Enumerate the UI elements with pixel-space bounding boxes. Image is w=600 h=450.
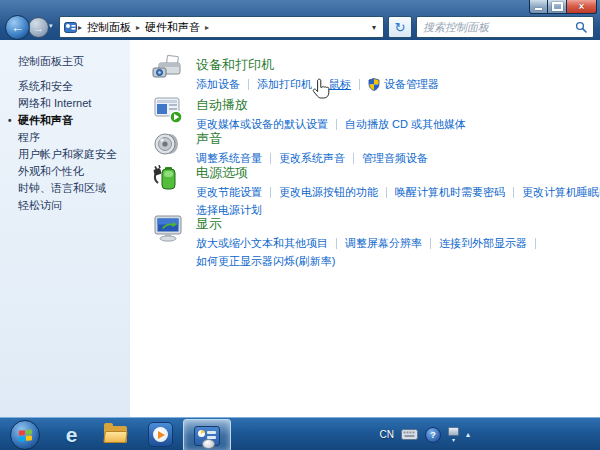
power-options-icon (152, 163, 184, 193)
links-row: 更改节能设置 更改电源按钮的功能 唤醒计算机时需要密码 更改计算机睡眠时间 (196, 184, 600, 200)
link-change-sleep-time[interactable]: 更改计算机睡眠时间 (522, 184, 600, 200)
address-bar[interactable]: ▸ 控制面板 ▸ 硬件和声音 ▸ ▾ (59, 16, 384, 38)
sidebar-item-appearance[interactable]: 外观和个性化 (18, 163, 130, 180)
control-panel-icon (64, 21, 77, 34)
maximize-icon (552, 2, 563, 11)
back-button[interactable]: ← (5, 15, 30, 40)
recent-pages-dropdown[interactable]: ▾ (49, 22, 53, 30)
section-power-options: 电源选项 更改节能设置 更改电源按钮的功能 唤醒计算机时需要密码 更改计算机睡眠… (152, 165, 600, 218)
caret-down-icon: ▾ (452, 437, 455, 443)
section-title-autoplay[interactable]: 自动播放 (196, 97, 466, 112)
play-icon (148, 422, 173, 447)
close-button[interactable]: × (567, 0, 597, 14)
keyboard-layout-icon[interactable] (401, 429, 418, 440)
refresh-icon: ↻ (395, 20, 406, 35)
link-divider (336, 119, 337, 130)
media-player-icon[interactable] (147, 421, 174, 448)
section-title-display[interactable]: 显示 (196, 216, 544, 231)
link-divider (535, 238, 536, 249)
sound-icon (152, 129, 184, 159)
breadcrumb-hardware-and-sound[interactable]: 硬件和声音 (141, 18, 204, 37)
link-mouse[interactable]: 鼠标 (329, 76, 351, 92)
link-make-text-larger-smaller[interactable]: 放大或缩小文本和其他项目 (196, 235, 328, 251)
sidebar-item-programs[interactable]: 程序 (18, 129, 130, 146)
link-add-printer[interactable]: 添加打印机 (257, 76, 312, 92)
section-autoplay: 自动播放 更改媒体或设备的默认设置 自动播放 CD 或其他媒体 (152, 97, 466, 132)
windows-logo-icon (19, 429, 32, 441)
section-title-sound[interactable]: 声音 (196, 131, 428, 146)
window-chrome: × ← → ▾ ▸ 控制面板 ▸ 硬件和声音 ▸ ▾ ↻ 搜索控制面板 (0, 0, 600, 40)
system-tray: CN ? ▾ ▴ (380, 418, 470, 450)
autoplay-icon (152, 95, 184, 125)
link-divider (430, 238, 431, 249)
link-divider (270, 153, 271, 164)
control-panel-icon (194, 426, 220, 446)
selected-bullet-icon: • (8, 112, 12, 129)
sidebar-item-hardware-and-sound[interactable]: • 硬件和声音 (18, 112, 130, 129)
section-devices-and-printers: 设备和打印机 添加设备 添加打印机 鼠标 (152, 57, 439, 92)
link-divider (336, 238, 337, 249)
link-change-power-saving-settings[interactable]: 更改节能设置 (196, 184, 262, 200)
link-change-power-button-behavior[interactable]: 更改电源按钮的功能 (279, 184, 378, 200)
links-row: 调整系统音量 更改系统声音 管理音频设备 (196, 150, 428, 166)
section-title-devices-and-printers[interactable]: 设备和打印机 (196, 57, 439, 72)
link-fix-monitor-flicker[interactable]: 如何更正显示器闪烁(刷新率) (196, 253, 335, 269)
sidebar-item-user-accounts[interactable]: 用户帐户和家庭安全 (18, 146, 130, 163)
search-icon (575, 21, 587, 33)
refresh-button[interactable]: ↻ (388, 16, 412, 38)
link-divider (513, 187, 514, 198)
breadcrumb-arrow-icon[interactable]: ▸ (204, 23, 210, 32)
forward-button[interactable]: → (28, 17, 49, 38)
tray-chip-icon (448, 427, 459, 436)
language-indicator[interactable]: CN (380, 429, 394, 440)
display-icon (152, 214, 184, 244)
content-area: 控制面板主页 系统和安全 网络和 Internet • 硬件和声音 程序 用户帐… (0, 40, 600, 417)
start-button[interactable] (10, 420, 40, 450)
links-row: 更改媒体或设备的默认设置 自动播放 CD 或其他媒体 (196, 116, 466, 132)
windows-explorer-icon[interactable] (102, 421, 129, 448)
maximize-button[interactable] (548, 0, 567, 14)
search-box[interactable]: 搜索控制面板 (416, 16, 594, 38)
sidebar: 控制面板主页 系统和安全 网络和 Internet • 硬件和声音 程序 用户帐… (0, 40, 130, 417)
link-change-system-sounds[interactable]: 更改系统声音 (279, 150, 345, 166)
taskbar: e CN ? ▾ ▴ (0, 417, 600, 450)
close-icon: × (579, 2, 585, 12)
minimize-button[interactable] (529, 0, 548, 14)
link-divider (320, 79, 321, 90)
uac-shield-icon (368, 78, 380, 91)
sidebar-item-network-and-internet[interactable]: 网络和 Internet (18, 95, 130, 112)
help-tray-icon[interactable]: ? (425, 427, 441, 443)
sidebar-item-system-and-security[interactable]: 系统和安全 (18, 78, 130, 95)
sidebar-item-ease-of-access[interactable]: 轻松访问 (18, 197, 130, 214)
forward-arrow-icon: → (33, 22, 44, 34)
links-row: 添加设备 添加打印机 鼠标 (196, 76, 439, 92)
sidebar-item-control-panel-home[interactable]: 控制面板主页 (18, 53, 130, 70)
sidebar-item-clock-language-region[interactable]: 时钟、语言和区域 (18, 180, 130, 197)
breadcrumb-control-panel[interactable]: 控制面板 (83, 18, 135, 37)
link-divider (353, 153, 354, 164)
taskbar-control-panel-button[interactable] (183, 419, 231, 450)
link-adjust-system-volume[interactable]: 调整系统音量 (196, 150, 262, 166)
internet-explorer-icon[interactable]: e (58, 421, 85, 448)
devices-and-printers-icon (152, 55, 184, 85)
link-add-device[interactable]: 添加设备 (196, 76, 240, 92)
link-require-password-on-wakeup[interactable]: 唤醒计算机时需要密码 (395, 184, 505, 200)
search-placeholder: 搜索控制面板 (423, 20, 489, 35)
show-hidden-icons-button[interactable]: ▴ (466, 430, 470, 439)
link-device-manager[interactable]: 设备管理器 (384, 76, 439, 92)
link-connect-external-display[interactable]: 连接到外部显示器 (439, 235, 527, 251)
action-center-tray-icon[interactable]: ▾ (448, 427, 459, 443)
link-divider (270, 187, 271, 198)
minimize-icon (535, 8, 542, 10)
link-change-default-media-settings[interactable]: 更改媒体或设备的默认设置 (196, 116, 328, 132)
section-title-power-options[interactable]: 电源选项 (196, 165, 600, 180)
link-play-cds-automatically[interactable]: 自动播放 CD 或其他媒体 (345, 116, 466, 132)
link-adjust-screen-resolution[interactable]: 调整屏幕分辨率 (345, 235, 422, 251)
link-divider (248, 79, 249, 90)
back-arrow-icon: ← (11, 20, 24, 35)
folder-icon (104, 426, 127, 443)
link-manage-audio-devices[interactable]: 管理音频设备 (362, 150, 428, 166)
link-divider (386, 187, 387, 198)
address-dropdown-icon[interactable]: ▾ (369, 23, 379, 32)
link-divider (359, 79, 360, 90)
